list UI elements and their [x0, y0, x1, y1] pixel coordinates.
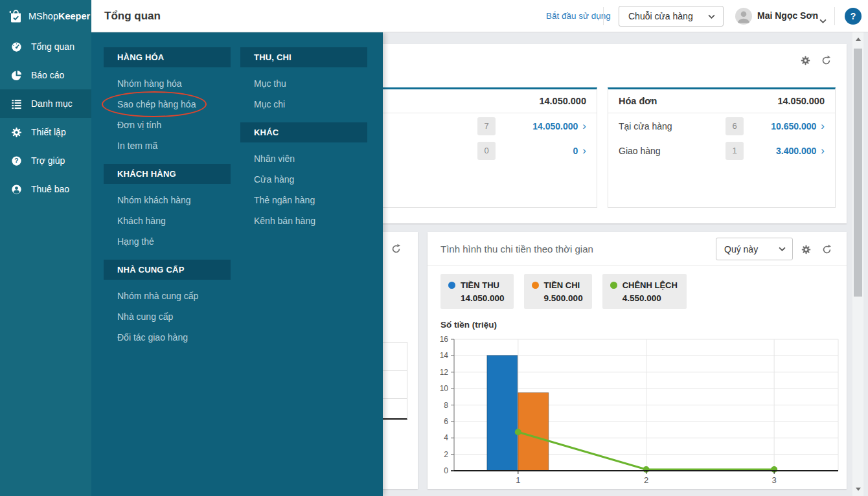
menu-item-nhom-hang-hoa[interactable]: Nhóm hàng hóa	[104, 73, 231, 94]
scrollbar-thumb[interactable]	[854, 49, 862, 297]
card-row: Giao hàng 1 3.400.000 ›	[608, 139, 835, 163]
row-value: 0	[573, 146, 578, 156]
store-chain-selector[interactable]: Chuỗi cửa hàng	[619, 6, 724, 27]
gear-icon	[10, 126, 23, 139]
count-badge: 0	[477, 142, 496, 160]
row-value: 3.400.000	[776, 146, 816, 156]
legend-dot-orange	[532, 282, 539, 289]
page-title: Tổng quan	[104, 0, 161, 32]
panel-refresh-icon[interactable]	[821, 244, 832, 255]
menu-item-hang-the[interactable]: Hạng thẻ	[104, 231, 231, 252]
menu-column-2: THU, CHI Mục thu Mục chi KHÁC Nhân viên …	[240, 32, 367, 239]
row-value-link[interactable]: 3.400.000 ›	[776, 146, 825, 156]
row-value-link[interactable]: 10.650.000 ›	[771, 121, 825, 131]
legend-label: TIỀN CHI	[544, 280, 580, 290]
sidebar-item-label: Thiết lập	[31, 127, 66, 137]
panel-settings-gear-icon[interactable]	[801, 244, 812, 255]
pie-chart-icon	[10, 69, 23, 82]
svg-text:?: ?	[14, 157, 18, 164]
svg-text:12: 12	[440, 368, 449, 377]
scroll-down-button[interactable]	[852, 484, 863, 495]
vertical-scrollbar[interactable]	[852, 32, 863, 496]
legend-tien-chi[interactable]: TIỀN CHI 9.500.000	[524, 274, 592, 309]
menu-item-nhan-vien[interactable]: Nhân viên	[240, 148, 367, 169]
row-value-link[interactable]: 14.050.000 ›	[532, 121, 586, 131]
avatar[interactable]	[735, 8, 752, 25]
period-label: Quý này	[724, 244, 758, 254]
menu-item-khach-hang[interactable]: Khách hàng	[104, 210, 231, 231]
sidebar-item-bao-cao[interactable]: Báo cáo	[0, 61, 91, 89]
header-divider	[834, 7, 835, 25]
legend-value: 4.550.000	[622, 293, 678, 303]
legend-dot-blue	[448, 282, 455, 289]
menu-item-sao-chep-hang-hoa[interactable]: Sao chép hàng hóa	[104, 94, 231, 115]
sidebar-item-thue-bao[interactable]: Thuê bao	[0, 175, 91, 203]
card-total: 14.050.000	[777, 96, 825, 106]
sidebar-item-label: Báo cáo	[31, 70, 64, 80]
svg-text:2: 2	[644, 475, 648, 485]
store-chain-label: Chuỗi cửa hàng	[628, 11, 693, 21]
svg-text:3: 3	[772, 475, 777, 485]
menu-section-khach-hang: KHÁCH HÀNG	[104, 164, 231, 184]
sidebar-nav: Tổng quan Báo cáo Danh mục	[0, 32, 91, 203]
menu-item-doi-tac-giao-hang[interactable]: Đối tác giao hàng	[104, 327, 231, 348]
chevron-right-icon: ›	[821, 122, 825, 131]
menu-item-muc-chi[interactable]: Mục chi	[240, 94, 367, 115]
gauge-icon	[10, 41, 23, 53]
app-logo[interactable]: MShopKeeper	[0, 0, 91, 32]
row-label: Tại cửa hàng	[619, 121, 672, 131]
panel-refresh-icon[interactable]	[821, 55, 832, 66]
row-label: Giao hàng	[619, 146, 661, 156]
period-selector[interactable]: Quý này	[716, 238, 793, 260]
legend-tien-thu[interactable]: TIỀN THU 14.050.000	[440, 274, 514, 309]
panel-refresh-icon[interactable]	[391, 243, 402, 254]
scroll-up-button[interactable]	[852, 34, 863, 45]
sidebar: MShopKeeper Tổng quan Báo cáo	[0, 0, 91, 496]
user-menu-chevron-icon[interactable]	[819, 14, 827, 26]
help-button[interactable]: ?	[845, 8, 862, 25]
row-value-link[interactable]: 0 ›	[573, 146, 586, 156]
menu-item-don-vi-tinh[interactable]: Đơn vị tính	[104, 115, 231, 135]
panel-settings-gear-icon[interactable]	[800, 55, 811, 66]
card-title: Hóa đơn	[619, 96, 657, 106]
svg-text:10: 10	[440, 384, 449, 393]
sidebar-item-tong-quan[interactable]: Tổng quan	[0, 32, 91, 61]
menu-item-cua-hang[interactable]: Cửa hàng	[240, 169, 367, 190]
sidebar-item-label: Tổng quan	[31, 41, 74, 52]
legend-chenh-lech[interactable]: CHÊNH LỆCH 4.550.000	[602, 274, 687, 309]
menu-item-the-ngan-hang[interactable]: Thẻ ngân hàng	[240, 190, 367, 210]
svg-text:4: 4	[444, 433, 448, 442]
y-axis-title: Số tiền (triệu)	[440, 320, 497, 330]
user-name[interactable]: Mai Ngọc Sơn	[757, 0, 818, 32]
shopping-bag-icon	[8, 8, 23, 24]
menu-item-in-tem-ma[interactable]: In tem mã	[104, 135, 231, 156]
menu-item-nhom-nha-cung-cap[interactable]: Nhóm nhà cung cấp	[104, 286, 231, 306]
legend-dot-green	[610, 282, 617, 289]
sidebar-item-tro-giup[interactable]: ? Trợ giúp	[0, 146, 91, 175]
chevron-down-icon	[779, 247, 786, 251]
menu-item-nhom-khach-hang[interactable]: Nhóm khách hàng	[104, 190, 231, 210]
count-badge: 1	[725, 142, 744, 160]
person-silhouette-icon	[735, 8, 752, 25]
row-value: 14.050.000	[532, 121, 578, 131]
menu-item-muc-thu[interactable]: Mục thu	[240, 73, 367, 94]
sidebar-item-label: Danh mục	[31, 98, 73, 109]
menu-section-thu-chi: THU, CHI	[240, 47, 367, 67]
brand-text: MShopKeeper	[29, 11, 90, 21]
sidebar-item-danh-muc[interactable]: Danh mục	[0, 89, 91, 118]
invoice-card: Hóa đơn 14.050.000 Tại cửa hàng 6 10.650…	[608, 87, 836, 208]
card-total: 14.050.000	[539, 96, 586, 106]
menu-item-nha-cung-cap[interactable]: Nhà cung cấp	[104, 306, 231, 327]
question-circle-icon: ?	[10, 155, 23, 167]
chevron-right-icon: ›	[821, 146, 825, 155]
list-icon	[10, 98, 23, 110]
chevron-right-icon: ›	[582, 146, 586, 155]
menu-item-kenh-ban-hang[interactable]: Kênh bán hàng	[240, 210, 367, 231]
count-badge: 7	[477, 117, 496, 135]
svg-text:1: 1	[516, 475, 520, 485]
danh-muc-mega-menu: HÀNG HÓA Nhóm hàng hóa Sao chép hàng hóa…	[91, 32, 383, 496]
menu-section-hang-hoa: HÀNG HÓA	[104, 47, 231, 67]
sidebar-item-thiet-lap[interactable]: Thiết lập	[0, 118, 91, 146]
card-row: Tại cửa hàng 6 10.650.000 ›	[608, 115, 835, 138]
get-started-link[interactable]: Bắt đầu sử dụng	[546, 0, 611, 32]
